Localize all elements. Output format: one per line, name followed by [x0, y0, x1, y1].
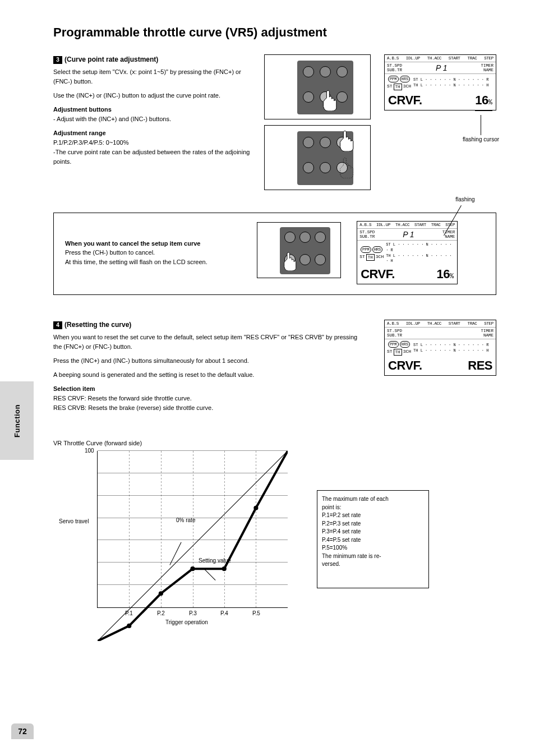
hand-icon [321, 89, 340, 111]
y-axis-label: Servo travel [59, 518, 89, 524]
sidebar-tab-label: Function [13, 404, 21, 437]
step-number-4: 4 [53, 321, 62, 329]
page-number: 72 [11, 723, 34, 739]
chart-label-0rate: 0% rate [176, 517, 195, 523]
lcd-screen-reset: A.B.SIDL.UPTH.ACCSTARTTRACSTEP ST.SPDSUB… [384, 320, 496, 376]
x-tick-p2: P.2 [157, 610, 165, 616]
button-pad-illustration-fnc [264, 54, 371, 119]
step-4-note: Selection item RES CRVF: Resets the forw… [53, 384, 365, 413]
step-3-range: Adjustment range P.1/P.2/P.3/P.4/P.5: 0~… [53, 128, 256, 167]
button-pad-illustration-inc [264, 125, 371, 190]
x-tick-p1: P.1 [125, 610, 133, 616]
hand-icon [282, 251, 299, 271]
step-4-p2: Press the (INC+) and (INC-) buttons simu… [53, 356, 365, 366]
x-axis-label: Trigger operation [165, 619, 208, 625]
step-3-p1: Select the setup item "CVx. (x: point 1~… [53, 67, 256, 86]
step-4-p3: A beeping sound is generated and the set… [53, 370, 365, 380]
throttle-curve-chart: 0% rate Setting value [97, 451, 288, 608]
lcd-screen-crvf16: A.B.SIDL.UPTH.ACCSTARTTRACSTEP ST.SPDSUB… [384, 54, 496, 110]
cancel-box: When you want to cancel the setup item c… [53, 213, 496, 295]
step-3-heading: 3(Curve point rate adjustment) [53, 54, 256, 65]
flashing-label: flashing [455, 196, 474, 202]
x-tick-p5: P.5 [252, 610, 260, 616]
step-3-p2: Use the (INC+) or (INC-) button to adjus… [53, 91, 256, 100]
sidebar-tab-function: Function [0, 381, 34, 460]
x-tick-p3: P.3 [189, 610, 197, 616]
y-100-label: 100 [85, 448, 94, 454]
step-number-3: 3 [53, 56, 62, 64]
page-title: Programmable throttle curve (VR5) adjust… [53, 25, 496, 40]
max-rate-note-box: The maximum rate of each point is: P.1=P… [317, 490, 429, 588]
x-tick-p4: P.4 [220, 610, 228, 616]
button-pad-illustration-cancel [257, 222, 341, 278]
cancel-p1: Press the (CH-) button to cancel. [65, 248, 241, 257]
step-4-p1: When you want to reset the set curve to … [53, 333, 365, 352]
chart-label-setvalue: Setting value [199, 557, 231, 564]
curve-chart-title: VR Throttle Curve (forward side) [53, 440, 496, 446]
cancel-p2: At this time, the setting will flash on … [65, 257, 241, 267]
cancel-heading: When you want to cancel the setup item c… [65, 240, 200, 247]
step-3-note: Adjustment buttons - Adjust with the (IN… [53, 105, 256, 124]
lcd-screen-cancel: A.B.SIDL.UPTH.ACCSTARTTRACSTEP ST.SPDSUB… [357, 221, 458, 284]
svg-line-7 [204, 569, 215, 580]
step-4-heading: 4(Resetting the curve) [53, 320, 365, 330]
hand-icon [338, 129, 357, 151]
sidebar: Function 72 [0, 0, 34, 756]
svg-point-1 [127, 624, 131, 628]
hand-icon-dashed [338, 156, 357, 178]
flashing-cursor-label: flashing cursor [463, 136, 499, 142]
